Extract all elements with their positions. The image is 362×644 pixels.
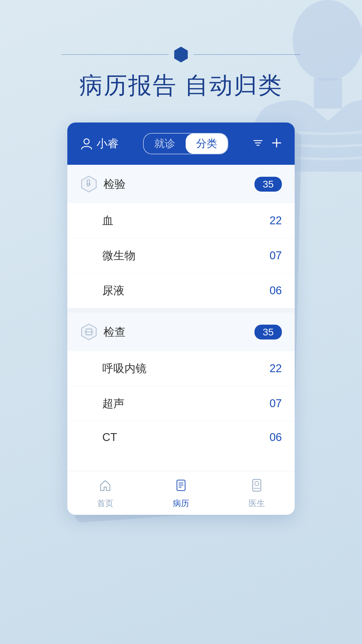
svg-point-23 [255, 482, 259, 486]
sub-item-microbe[interactable]: 微生物 07 [67, 238, 295, 273]
section-jianyan: 检验 35 血 22 微生物 07 尿液 06 [67, 165, 295, 308]
add-button[interactable] [271, 136, 282, 151]
category-hex-jianyan [80, 175, 98, 193]
sub-item-name-blood: 血 [102, 213, 113, 228]
deco-hexagon [173, 47, 189, 62]
sub-item-blood[interactable]: 血 22 [67, 203, 295, 238]
sub-item-name-endoscopy: 呼吸内镜 [102, 361, 147, 376]
sub-item-name-urine: 尿液 [102, 283, 124, 298]
section-divider [67, 308, 295, 313]
main-card-wrapper: 小睿 就诊 分类 [67, 123, 295, 515]
tab-item-home[interactable]: 首页 [97, 478, 113, 509]
tab-visit[interactable]: 就诊 [144, 134, 186, 154]
user-icon [80, 137, 93, 150]
tab-bar: 首页 病历 [67, 471, 295, 515]
header-actions [253, 136, 282, 151]
category-header-jianyan[interactable]: 检验 35 [67, 165, 295, 203]
sub-item-count-ct: 06 [270, 431, 282, 444]
page-title: 病历报告 自动归类 [0, 70, 362, 102]
tab-label-doctor: 医生 [249, 498, 265, 509]
category-badge-jiancha: 35 [254, 325, 282, 340]
sub-item-urine[interactable]: 尿液 06 [67, 273, 295, 308]
sub-item-ct[interactable]: CT 06 [67, 421, 295, 454]
category-badge-jianyan: 35 [254, 177, 282, 192]
sub-item-count-ultrasound: 07 [270, 397, 282, 410]
doctor-icon [250, 478, 264, 496]
records-icon [174, 478, 188, 496]
sub-item-count-urine: 06 [270, 284, 282, 297]
tab-item-records[interactable]: 病历 [173, 478, 189, 509]
sub-item-ultrasound[interactable]: 超声 07 [67, 386, 295, 421]
top-decoration [61, 47, 301, 62]
category-name-jianyan: 检验 [103, 177, 126, 192]
card-header: 小睿 就诊 分类 [67, 123, 295, 165]
tab-label-records: 病历 [173, 498, 189, 509]
tab-item-doctor[interactable]: 医生 [249, 478, 265, 509]
sub-item-name-ultrasound: 超声 [102, 396, 124, 411]
tab-category[interactable]: 分类 [186, 134, 228, 154]
sub-item-count-endoscopy: 22 [270, 362, 282, 375]
svg-point-0 [293, 0, 362, 81]
sub-item-count-microbe: 07 [270, 249, 282, 262]
sub-item-name-ct: CT [102, 431, 117, 444]
sub-item-name-microbe: 微生物 [102, 248, 136, 263]
svg-point-6 [84, 139, 89, 144]
deco-line-left [61, 54, 168, 55]
tab-label-home: 首页 [97, 498, 113, 509]
category-name-jiancha: 检查 [103, 325, 126, 340]
card-bottom-space [67, 454, 295, 471]
sub-item-count-blood: 22 [270, 214, 282, 227]
user-name: 小睿 [96, 136, 119, 151]
home-icon [98, 478, 112, 496]
filter-button[interactable] [253, 136, 263, 151]
category-header-jiancha[interactable]: 检查 35 [67, 313, 295, 351]
main-card: 小睿 就诊 分类 [67, 123, 295, 515]
category-header-left: 检验 [80, 175, 126, 193]
sub-item-endoscopy[interactable]: 呼吸内镜 22 [67, 351, 295, 386]
category-hex-jiancha [80, 323, 98, 341]
header-user: 小睿 [80, 136, 119, 151]
section-jiancha: 检查 35 呼吸内镜 22 超声 07 CT 06 [67, 313, 295, 454]
category-header-left-2: 检查 [80, 323, 126, 341]
header-tab-group[interactable]: 就诊 分类 [143, 133, 228, 154]
deco-line-right [194, 54, 301, 55]
